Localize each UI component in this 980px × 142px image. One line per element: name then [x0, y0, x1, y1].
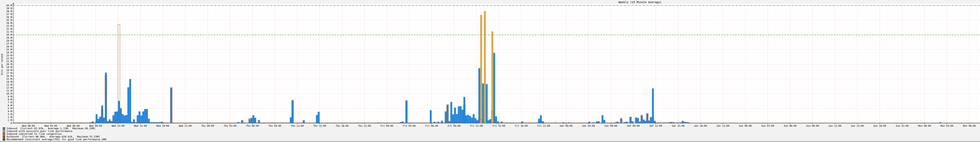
svg-text:Sun 12:00: Sun 12:00	[829, 124, 841, 127]
svg-text:29 M: 29 M	[6, 37, 12, 39]
svg-text:17 M: 17 M	[6, 72, 12, 75]
svg-text:Sat 00:00: Sat 00:00	[560, 124, 573, 127]
svg-text:Thu 06:00: Thu 06:00	[246, 124, 259, 127]
y-axis-labels: 01 M2 M3 M4 M5 M6 M7 M8 M9 M10 M11 M12 M…	[6, 4, 13, 124]
svg-text:Wed 18:00: Wed 18:00	[156, 124, 169, 127]
svg-text:Mon 00:00: Mon 00:00	[918, 124, 931, 127]
svg-text:Mon 03:00: Mon 03:00	[940, 124, 953, 127]
legend-item-outbound: Outbound [Current-86.86k, Average-428.61…	[3, 135, 106, 138]
svg-text:36 M: 36 M	[6, 16, 12, 19]
svg-text:Sun 21:00: Sun 21:00	[896, 124, 908, 127]
svg-text:Sun 15:00: Sun 15:00	[851, 124, 864, 127]
svg-text:Sun 00:00: Sun 00:00	[739, 124, 752, 127]
svg-text:23 M: 23 M	[6, 54, 12, 57]
legend-item-recommended-average: Recommended consistent average(75%) for …	[3, 138, 106, 140]
svg-text:33 M: 33 M	[6, 25, 12, 27]
svg-text:Thu 00:00: Thu 00:00	[201, 124, 214, 127]
svg-text:25 M: 25 M	[6, 48, 12, 51]
legend-label-inbound-poor-link: Inbound with possible poor link performa…	[6, 130, 73, 132]
svg-text:19 M: 19 M	[6, 66, 12, 69]
svg-text:22 M: 22 M	[6, 57, 12, 60]
svg-text:Thu 18:00: Thu 18:00	[336, 124, 348, 127]
svg-text:9 M: 9 M	[8, 95, 12, 98]
legend-item-inbound-poor-link: Inbound with possible poor link performa…	[3, 130, 106, 132]
svg-text:34 M: 34 M	[6, 22, 12, 24]
svg-text:13 M: 13 M	[6, 83, 12, 86]
svg-text:15 M: 15 M	[6, 78, 12, 80]
svg-text:Thu 12:00: Thu 12:00	[291, 124, 304, 127]
svg-text:5 M: 5 M	[8, 107, 12, 110]
svg-text:Sat 06:00: Sat 06:00	[605, 124, 617, 127]
y-axis-arrow-icon	[13, 3, 14, 4]
legend-item-inbound-congestion: Inbound subjected to link congestion	[3, 132, 106, 135]
svg-text:Thu 15:00: Thu 15:00	[313, 124, 326, 127]
svg-text:Wed 15:00: Wed 15:00	[134, 124, 147, 127]
svg-text:Sat 18:00: Sat 18:00	[694, 124, 707, 127]
svg-text:Thu 21:00: Thu 21:00	[358, 124, 371, 127]
svg-text:14 M: 14 M	[6, 81, 12, 83]
inbound-swatch-icon	[3, 127, 5, 130]
svg-text:11 M: 11 M	[6, 89, 12, 92]
inbound-congestion-swatch-icon	[3, 133, 5, 135]
svg-text:38 M: 38 M	[6, 10, 12, 13]
svg-text:28 M: 28 M	[6, 40, 12, 42]
svg-text:Fri 06:00: Fri 06:00	[425, 124, 438, 127]
y-axis-title: bits per second	[1, 54, 3, 75]
svg-text:Sat 09:00: Sat 09:00	[627, 124, 640, 127]
svg-text:Sat 03:00: Sat 03:00	[582, 124, 595, 127]
svg-text:39 M: 39 M	[6, 7, 12, 10]
svg-text:Sat 15:00: Sat 15:00	[672, 124, 684, 127]
svg-text:18 M: 18 M	[6, 69, 12, 72]
chart-title: Weekly (15 Minute Average)	[618, 1, 661, 4]
svg-text:2 M: 2 M	[8, 116, 12, 119]
legend-label-inbound-congestion: Inbound subjected to link congestion	[6, 132, 62, 135]
svg-text:Fri 15:00: Fri 15:00	[493, 124, 505, 127]
svg-text:0: 0	[11, 122, 12, 124]
svg-text:30 M: 30 M	[6, 34, 12, 36]
svg-text:Thu 03:00: Thu 03:00	[224, 124, 236, 127]
svg-text:35 M: 35 M	[6, 19, 12, 22]
svg-text:26 M: 26 M	[6, 45, 12, 48]
legend-label-outbound: Outbound [Current-86.86k, Average-428.61…	[6, 135, 100, 138]
svg-text:Fri 09:00: Fri 09:00	[448, 124, 460, 127]
svg-text:3 M: 3 M	[8, 113, 12, 116]
svg-text:Wed 21:00: Wed 21:00	[179, 124, 192, 127]
svg-text:16 M: 16 M	[6, 75, 12, 78]
svg-text:40 M: 40 M	[6, 4, 12, 7]
svg-text:Sun 06:00: Sun 06:00	[784, 124, 797, 127]
outbound-swatch-icon	[3, 136, 5, 138]
legend-label-recommended-average: Recommended consistent average(75%) for …	[6, 138, 106, 140]
svg-text:Sat 12:00: Sat 12:00	[649, 124, 662, 127]
bottom-border	[0, 141, 980, 142]
svg-text:4 M: 4 M	[8, 110, 12, 113]
legend-label-inbound: Inbound [Current-91.03k, Average-1.13M, …	[6, 127, 95, 130]
svg-text:8 M: 8 M	[8, 98, 12, 101]
x-axis-labels: Wed 00:00Wed 03:00Wed 06:00Wed 09:00Wed …	[22, 123, 980, 127]
svg-text:Sun 09:00: Sun 09:00	[806, 124, 819, 127]
chart-canvas: 01 M2 M3 M4 M5 M6 M7 M8 M9 M10 M11 M12 M…	[0, 0, 980, 127]
bandwidth-weekly-graph: 01 M2 M3 M4 M5 M6 M7 M8 M9 M10 M11 M12 M…	[0, 0, 980, 142]
svg-text:Fri 03:00: Fri 03:00	[403, 124, 416, 127]
svg-text:Sun 03:00: Sun 03:00	[761, 124, 774, 127]
svg-text:7 M: 7 M	[8, 101, 12, 104]
svg-text:Sun 18:00: Sun 18:00	[873, 124, 886, 127]
recommended-average-swatch-icon	[3, 138, 5, 140]
svg-text:32 M: 32 M	[6, 28, 12, 30]
svg-text:21 M: 21 M	[6, 60, 12, 63]
svg-text:37 M: 37 M	[6, 13, 12, 16]
svg-text:Fri 18:00: Fri 18:00	[515, 124, 528, 127]
svg-text:27 M: 27 M	[6, 42, 12, 45]
inbound-poor-link-swatch-icon	[3, 130, 5, 132]
legend: Inbound [Current-91.03k, Average-1.13M, …	[3, 127, 106, 140]
svg-text:31 M: 31 M	[6, 30, 12, 34]
svg-text:12 M: 12 M	[6, 86, 12, 89]
svg-text:10 M: 10 M	[6, 93, 12, 95]
svg-text:1 M: 1 M	[8, 119, 12, 121]
svg-text:24 M: 24 M	[6, 51, 12, 54]
svg-text:20 M: 20 M	[6, 63, 12, 66]
legend-item-inbound: Inbound [Current-91.03k, Average-1.13M, …	[3, 127, 106, 130]
svg-text:Fri 00:00: Fri 00:00	[380, 124, 393, 127]
svg-text:Fri 21:00: Fri 21:00	[537, 124, 550, 127]
svg-text:Fri 12:00: Fri 12:00	[470, 124, 483, 127]
svg-text:Mon 06:00: Mon 06:00	[963, 124, 976, 127]
